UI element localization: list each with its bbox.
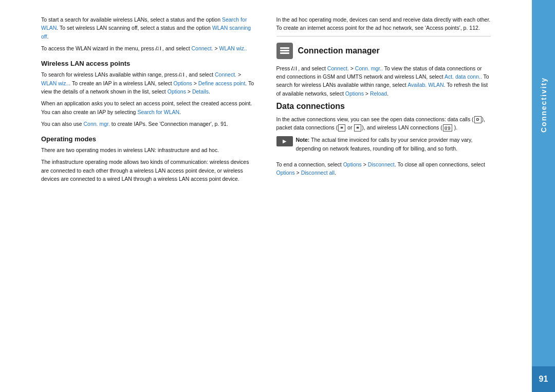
link-availab-wlan[interactable]: Availab. WLAN [408,82,443,88]
link-wlan-wiz-2[interactable]: WLAN wiz.. [41,80,69,86]
link-options-2[interactable]: Options [168,88,186,95]
link-options-disconnect[interactable]: Options [343,161,362,167]
link-connect[interactable]: Connect. [191,45,213,51]
note-label: Note: [296,137,310,143]
data-icon-packet-2: ≋ [354,124,361,132]
link-details[interactable]: Details [192,88,209,95]
note-text: Note: The actual time invoiced for calls… [296,136,491,153]
menu-icon-glyph: ⛜ [156,46,161,51]
link-conn-mgr-2[interactable]: Conn. mgr.. [355,65,383,71]
left-top-para-1: To start a search for available wireless… [41,15,256,41]
svg-rect-1 [280,50,289,51]
link-act-data-conn[interactable]: Act. data conn.. [445,73,482,80]
conn-manager-header: Connection manager [276,36,491,59]
conn-manager-title: Connection manager [298,46,380,55]
main-content: To start a search for available wireless… [0,0,532,392]
data-icon-packet-1: ≋ [338,124,345,132]
note-box: ▶ Note: The actual time invoiced for cal… [276,136,491,156]
link-define-access[interactable]: Define access point [198,80,246,86]
menu-icon-glyph-3: ⛜ [291,66,297,71]
sidebar-tab-label: Connectivity [540,77,548,133]
data-conn-closing: To end a connection, select Options > Di… [276,160,491,177]
sidebar-tab: Connectivity [532,0,555,392]
data-icon-wlan: ((·)) [443,124,452,132]
svg-rect-0 [280,47,289,49]
note-icon-label: ▶ [283,139,286,144]
page-number: 91 [539,375,548,384]
link-disconnect-all[interactable]: Disconnect all [301,170,335,176]
left-top-para-2: To access the WLAN wizard in the menu, p… [41,44,256,53]
conn-manager-para: Press ⛜ , and select Connect. > Conn. mg… [276,64,491,98]
link-options-1[interactable]: Options [174,80,192,86]
link-options-3[interactable]: Options [345,90,364,97]
section-title-wlan-access: Wireless LAN access points [41,60,256,67]
link-connect-2[interactable]: Connect. [215,71,236,78]
link-reload[interactable]: Reload [370,90,387,97]
right-top-para-1: In the ad hoc operating mode, devices ca… [276,15,491,32]
right-column: In the ad hoc operating mode, devices ca… [276,15,491,377]
note-icon: ▶ [276,136,293,146]
wlan-para-3: You can also use Conn. mgr. to create IA… [41,120,256,128]
link-connect-3[interactable]: Connect. [327,65,349,71]
data-connections-title: Data connections [276,102,491,111]
link-wlan-wiz[interactable]: WLAN wiz.. [219,45,247,51]
link-wlan-scanning-off[interactable]: WLAN scanning off [41,25,251,39]
data-icon-D: D [474,116,482,123]
link-conn-mgr[interactable]: Conn. mgr. [84,121,110,127]
conn-manager-icon [276,43,293,59]
link-options-disconnect-all[interactable]: Options [276,170,295,176]
page-container: To start a search for available wireless… [0,0,555,392]
left-column: To start a search for available wireless… [41,15,256,377]
menu-icon-glyph-2: ⛜ [179,72,184,78]
section-title-operating-modes: Operating modes [41,135,256,143]
page-number-box: 91 [532,366,555,392]
link-search-wlan-2[interactable]: Search for WLAN [137,109,179,115]
data-conn-para-1: In the active connections view, you can … [276,115,491,132]
link-disconnect[interactable]: Disconnect [368,161,395,167]
wlan-para-1: To search for wireless LANs available wi… [41,70,256,96]
op-modes-para-2: The infrastructure operating mode allows… [41,158,256,183]
network-icon-svg [279,45,290,57]
op-modes-para-1: There are two operating modes in wireles… [41,146,256,154]
svg-rect-2 [280,52,289,54]
wlan-para-2: When an application asks you to select a… [41,99,256,116]
